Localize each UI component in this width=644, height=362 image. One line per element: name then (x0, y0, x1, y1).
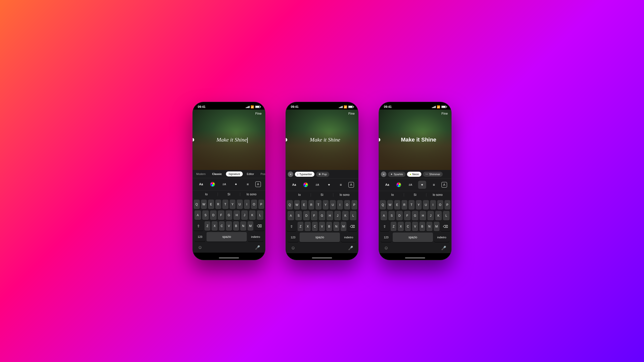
font-pill-typewriter-2[interactable]: I Typewriter (295, 172, 314, 177)
key-e-3[interactable]: E (394, 200, 400, 210)
key-shift-3[interactable]: ⇧ (380, 222, 389, 231)
key-space-1[interactable]: spazio (207, 232, 247, 242)
abox-btn-3[interactable]: A (441, 182, 447, 188)
key-g-3[interactable]: G (412, 211, 418, 220)
key-a-3[interactable]: A (381, 211, 387, 220)
key-b-3[interactable]: B (419, 222, 425, 231)
key-t-2[interactable]: T (315, 200, 321, 210)
key-a-1[interactable]: A (194, 210, 201, 220)
key-n-2[interactable]: N (333, 222, 339, 231)
key-v-3[interactable]: V (412, 222, 418, 231)
key-delete-3[interactable]: ⌫ (441, 222, 450, 231)
abox-btn-1[interactable]: A (255, 182, 261, 187)
style-btn-3[interactable]: I/A (407, 181, 415, 189)
key-l-2[interactable]: L (350, 211, 356, 220)
key-w-2[interactable]: W (294, 200, 300, 210)
key-return-3[interactable]: indietro (434, 233, 449, 242)
close-btn-3[interactable]: ✕ (381, 171, 386, 177)
font-size-btn-2[interactable]: Aa (290, 181, 298, 189)
key-t-1[interactable]: T (222, 200, 228, 209)
key-c-2[interactable]: C (312, 222, 318, 231)
key-g-1[interactable]: G (226, 210, 232, 220)
key-p-1[interactable]: P (258, 200, 264, 209)
autocomplete-iosono-1[interactable]: Io sono (240, 193, 263, 196)
key-c-3[interactable]: C (405, 222, 411, 231)
font-pill-shimmer-3[interactable]: 〰 Shimmer (423, 172, 443, 177)
color-btn-1[interactable] (209, 180, 217, 188)
font-pill-signature[interactable]: Signature (226, 171, 243, 176)
align-btn-1[interactable]: ≡ (244, 180, 252, 188)
key-y-2[interactable]: Y (323, 200, 329, 210)
key-y-1[interactable]: Y (230, 200, 236, 209)
key-123-1[interactable]: 123 (195, 232, 205, 242)
key-u-2[interactable]: U (330, 200, 336, 210)
fine-button-1[interactable]: Fine (255, 112, 262, 115)
style-btn-2[interactable]: I/A (313, 181, 321, 189)
font-pill-classic[interactable]: Classic (210, 171, 224, 176)
key-p-3[interactable]: P (445, 200, 451, 210)
font-pill-editor[interactable]: Editor (244, 171, 257, 176)
key-e-1[interactable]: E (208, 200, 214, 209)
key-i-3[interactable]: I (430, 200, 436, 210)
emoji-btn-2[interactable]: ☺ (291, 245, 295, 251)
key-123-3[interactable]: 123 (381, 233, 391, 242)
key-w-3[interactable]: W (387, 200, 393, 210)
key-delete-2[interactable]: ⌫ (348, 222, 357, 231)
key-j-2[interactable]: J (334, 211, 341, 220)
key-z-2[interactable]: Z (298, 222, 303, 231)
key-a-2[interactable]: A (288, 211, 294, 220)
key-k-1[interactable]: K (249, 210, 256, 220)
key-b-1[interactable]: B (233, 221, 239, 231)
key-r-1[interactable]: R (215, 200, 221, 209)
key-f-2[interactable]: F (311, 211, 317, 220)
key-q-2[interactable]: Q (287, 200, 293, 210)
key-b-2[interactable]: B (326, 222, 332, 231)
autocomplete-io-2[interactable]: Io (288, 193, 311, 197)
mic-btn-1[interactable]: 🎤 (255, 245, 260, 250)
emoji-btn-1[interactable]: ☺ (198, 245, 202, 250)
key-delete-1[interactable]: ⌫ (255, 221, 264, 231)
font-pill-sparkle-3[interactable]: ✦ Sparkle (388, 172, 406, 177)
key-v-2[interactable]: V (319, 222, 325, 231)
key-l-1[interactable]: L (257, 210, 263, 220)
key-h-3[interactable]: H (420, 211, 426, 220)
autocomplete-si-2[interactable]: Sì (311, 193, 334, 197)
key-c-1[interactable]: C (219, 221, 225, 231)
key-s-3[interactable]: S (388, 211, 395, 220)
key-x-1[interactable]: X (212, 221, 217, 231)
align-btn-2[interactable]: ≡ (337, 181, 345, 189)
key-r-3[interactable]: R (401, 200, 408, 210)
key-i-1[interactable]: I (244, 200, 250, 209)
key-m-3[interactable]: M (434, 222, 439, 231)
autocomplete-iosono-3[interactable]: Io sono (426, 193, 449, 197)
autocomplete-si-3[interactable]: Sì (404, 193, 427, 197)
key-u-1[interactable]: U (237, 200, 243, 209)
autocomplete-io-3[interactable]: Io (381, 193, 404, 197)
key-d-1[interactable]: D (210, 210, 217, 220)
close-btn-2[interactable]: ✕ (288, 171, 293, 177)
key-return-1[interactable]: indietro (248, 232, 263, 242)
color-btn-3[interactable] (395, 181, 403, 189)
key-f-1[interactable]: F (218, 210, 224, 220)
key-f-3[interactable]: F (404, 211, 411, 220)
key-e-2[interactable]: E (301, 200, 307, 210)
key-space-3[interactable]: spazio (393, 233, 433, 242)
key-h-2[interactable]: H (327, 211, 333, 220)
effects-btn-1[interactable]: ✦ (232, 180, 240, 188)
key-d-3[interactable]: D (396, 211, 403, 220)
font-size-btn-3[interactable]: Aa (383, 181, 391, 189)
key-x-3[interactable]: X (398, 222, 404, 231)
key-l-3[interactable]: L (443, 211, 450, 220)
autocomplete-iosono-2[interactable]: Io sono (333, 193, 356, 197)
abox-btn-2[interactable]: A (348, 182, 354, 188)
key-q-3[interactable]: Q (380, 200, 386, 210)
key-o-3[interactable]: O (437, 200, 443, 210)
key-q-1[interactable]: Q (194, 200, 200, 209)
color-btn-2[interactable] (302, 181, 310, 189)
fine-button-3[interactable]: Fine (441, 112, 448, 115)
key-return-2[interactable]: indietro (341, 233, 356, 242)
font-size-btn-1[interactable]: Aa (197, 180, 205, 188)
key-k-3[interactable]: K (435, 211, 442, 220)
key-n-1[interactable]: N (240, 221, 246, 231)
autocomplete-io-1[interactable]: Io (195, 193, 218, 196)
